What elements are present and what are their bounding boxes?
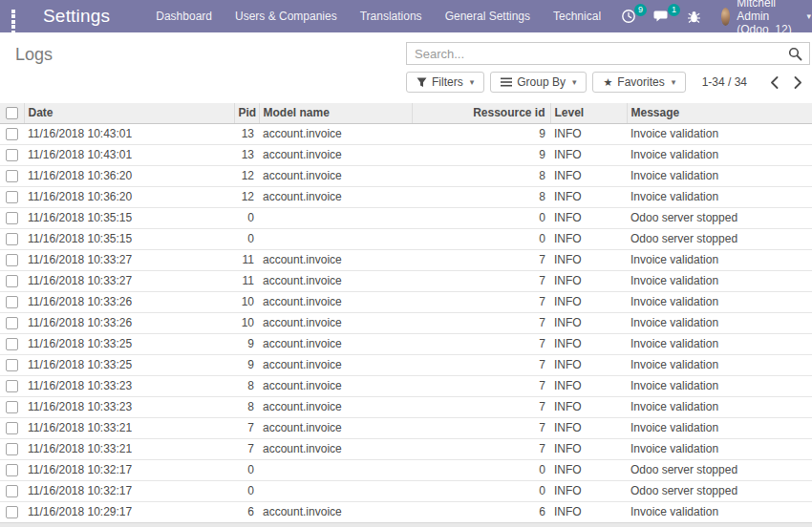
- table-row[interactable]: 11/16/2018 10:43:0113account.invoice9INF…: [0, 124, 812, 145]
- row-checkbox[interactable]: [6, 317, 18, 329]
- cell-model-name: [259, 229, 412, 250]
- cell-message: Invoice validation: [627, 418, 812, 439]
- column-header-message[interactable]: Message: [627, 103, 812, 124]
- cell-pid: 10: [234, 313, 259, 334]
- cell-pid: 0: [234, 481, 259, 502]
- table-row[interactable]: 11/16/2018 10:33:2711account.invoice7INF…: [0, 271, 812, 292]
- table-row[interactable]: 11/16/2018 10:33:238account.invoice7INFO…: [0, 397, 812, 418]
- row-checkbox[interactable]: [6, 359, 18, 371]
- row-checkbox[interactable]: [6, 464, 18, 476]
- top-navbar: Settings DashboardUsers & CompaniesTrans…: [0, 0, 812, 32]
- cell-date: 11/16/2018 10:33:25: [24, 334, 234, 355]
- pager-previous-button[interactable]: [762, 74, 786, 91]
- column-header-date[interactable]: Date: [24, 103, 234, 124]
- column-header-model-name[interactable]: Model name: [259, 103, 412, 124]
- row-select-cell: [0, 271, 24, 292]
- row-checkbox[interactable]: [6, 275, 18, 287]
- cell-model-name: account.invoice: [259, 418, 412, 439]
- row-checkbox[interactable]: [6, 212, 18, 224]
- cell-level: INFO: [550, 481, 627, 502]
- row-checkbox[interactable]: [6, 485, 18, 497]
- messages-menu[interactable]: 1: [645, 0, 678, 32]
- cell-level: INFO: [550, 187, 627, 208]
- table-row[interactable]: 11/16/2018 10:32:1700INFOOdoo server sto…: [0, 460, 812, 481]
- cell-model-name: account.invoice: [259, 271, 412, 292]
- cell-pid: 8: [234, 376, 259, 397]
- cell-model-name: account.invoice: [259, 166, 412, 187]
- nav-item-technical[interactable]: Technical: [542, 0, 612, 32]
- app-name-settings[interactable]: Settings: [43, 6, 110, 27]
- cell-model-name: [259, 460, 412, 481]
- row-checkbox[interactable]: [6, 296, 18, 308]
- table-row[interactable]: 11/16/2018 10:33:259account.invoice7INFO…: [0, 355, 812, 376]
- cell-date: 11/16/2018 10:33:27: [24, 271, 234, 292]
- cell-level: INFO: [550, 376, 627, 397]
- user-avatar: [721, 8, 730, 26]
- cell-message: Invoice validation: [627, 439, 812, 460]
- pager-next-button[interactable]: [786, 74, 810, 91]
- cell-level: INFO: [550, 418, 627, 439]
- debug-menu[interactable]: [678, 0, 710, 32]
- cell-message: Invoice validation: [627, 355, 812, 376]
- activities-menu[interactable]: 9: [612, 0, 645, 32]
- table-row[interactable]: 11/16/2018 10:33:2711account.invoice7INF…: [0, 250, 812, 271]
- row-checkbox[interactable]: [6, 443, 18, 455]
- table-row[interactable]: 11/16/2018 10:36:2012account.invoice8INF…: [0, 166, 812, 187]
- cell-level: INFO: [550, 250, 627, 271]
- cell-resource-id: 7: [412, 397, 550, 418]
- row-checkbox[interactable]: [6, 401, 18, 413]
- filters-button[interactable]: Filters ▾: [406, 72, 484, 93]
- table-row[interactable]: 11/16/2018 10:33:2610account.invoice7INF…: [0, 313, 812, 334]
- table-row[interactable]: 11/16/2018 10:33:217account.invoice7INFO…: [0, 418, 812, 439]
- cell-resource-id: 0: [412, 229, 550, 250]
- row-checkbox[interactable]: [6, 191, 18, 203]
- bars-icon: [501, 77, 512, 87]
- table-row[interactable]: 11/16/2018 10:36:2012account.invoice8INF…: [0, 187, 812, 208]
- cell-pid: 11: [234, 271, 259, 292]
- cell-resource-id: 9: [412, 124, 550, 145]
- row-select-cell: [0, 187, 24, 208]
- cell-date: 11/16/2018 10:33:23: [24, 376, 234, 397]
- chevron-left-icon: [770, 76, 779, 89]
- column-header-level[interactable]: Level: [550, 103, 627, 124]
- table-row[interactable]: 11/16/2018 10:33:2610account.invoice7INF…: [0, 292, 812, 313]
- nav-item-dashboard[interactable]: Dashboard: [144, 0, 224, 32]
- column-header-pid[interactable]: Pid: [234, 103, 259, 124]
- table-row[interactable]: 11/16/2018 10:43:0113account.invoice9INF…: [0, 145, 812, 166]
- table-row[interactable]: 11/16/2018 10:35:1500INFOOdoo server sto…: [0, 229, 812, 250]
- filters-label: Filters: [432, 75, 463, 89]
- user-menu[interactable]: Mitchell Admin (Odoo_12) ▾: [710, 0, 812, 32]
- nav-item-general-settings[interactable]: General Settings: [434, 0, 542, 32]
- cell-date: 11/16/2018 10:43:01: [24, 145, 234, 166]
- column-header-resource-id[interactable]: Ressource id: [412, 103, 550, 124]
- row-select-cell: [0, 355, 24, 376]
- row-checkbox[interactable]: [6, 233, 18, 245]
- row-checkbox[interactable]: [6, 254, 18, 266]
- row-checkbox[interactable]: [6, 338, 18, 350]
- search-input[interactable]: [407, 43, 809, 64]
- row-checkbox[interactable]: [6, 128, 18, 140]
- select-all-checkbox[interactable]: [6, 107, 18, 119]
- table-row[interactable]: 11/16/2018 10:33:259account.invoice7INFO…: [0, 334, 812, 355]
- cell-model-name: account.invoice: [259, 124, 412, 145]
- nav-item-translations[interactable]: Translations: [349, 0, 434, 32]
- row-checkbox[interactable]: [6, 506, 18, 518]
- favorites-button[interactable]: ★ Favorites ▾: [592, 72, 686, 93]
- row-checkbox[interactable]: [6, 170, 18, 182]
- table-row[interactable]: 11/16/2018 10:29:176account.invoice6INFO…: [0, 502, 812, 523]
- cell-message: Invoice validation: [627, 250, 812, 271]
- apps-grid-icon[interactable]: [11, 10, 15, 24]
- table-row[interactable]: 11/16/2018 10:35:1500INFOOdoo server sto…: [0, 208, 812, 229]
- row-checkbox[interactable]: [6, 380, 18, 392]
- cell-pid: 11: [234, 250, 259, 271]
- row-checkbox[interactable]: [6, 422, 18, 434]
- cell-pid: 7: [234, 418, 259, 439]
- cell-date: 11/16/2018 10:43:01: [24, 124, 234, 145]
- group-by-button[interactable]: Group By ▾: [490, 72, 587, 93]
- row-checkbox[interactable]: [6, 149, 18, 161]
- table-row[interactable]: 11/16/2018 10:33:238account.invoice7INFO…: [0, 376, 812, 397]
- table-row[interactable]: 11/16/2018 10:32:1700INFOOdoo server sto…: [0, 481, 812, 502]
- nav-item-users-companies[interactable]: Users & Companies: [224, 0, 349, 32]
- table-row[interactable]: 11/16/2018 10:33:217account.invoice7INFO…: [0, 439, 812, 460]
- pager: 1-34 / 34: [702, 74, 810, 91]
